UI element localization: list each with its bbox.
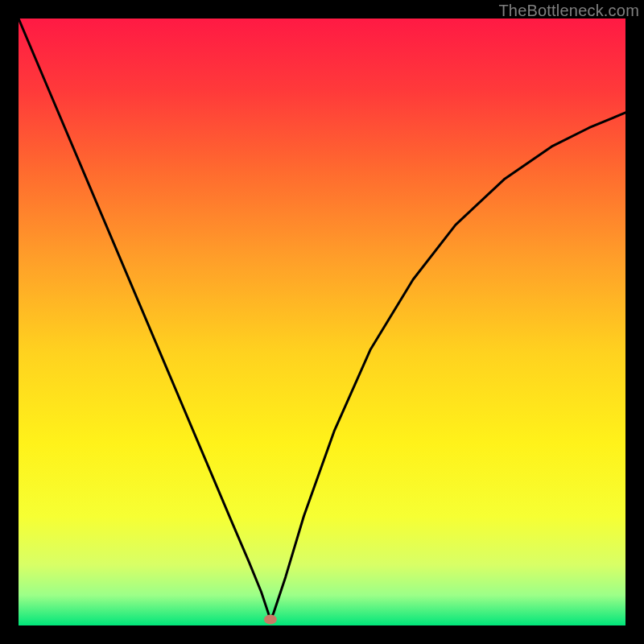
optimal-point-marker <box>264 614 277 624</box>
chart-frame <box>19 19 625 625</box>
bottleneck-chart <box>19 19 625 625</box>
watermark-text: TheBottleneck.com <box>498 2 639 20</box>
gradient-background <box>19 19 625 625</box>
